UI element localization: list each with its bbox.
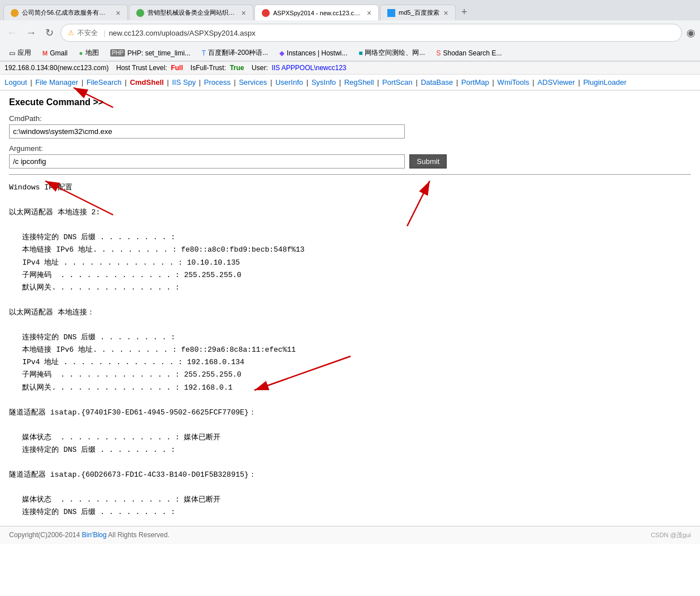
tab-favicon-4: [387, 9, 395, 17]
bookmark-network[interactable]: ■ 网络空间测绘、网...: [354, 47, 429, 59]
copyright-text: Copyright(C)2006-2014: [9, 531, 82, 539]
bookmark-bar: ▭ 应用 M Gmail ● 地图 PHP PHP: set_time_limi…: [0, 45, 700, 61]
tab-close-1[interactable]: ×: [116, 8, 120, 18]
tab-favicon-3: [262, 9, 270, 17]
nav-ads-viewer[interactable]: ADSViewer: [538, 78, 575, 87]
url-display: new.cc123.com/uploads/ASPXSpy2014.aspx: [109, 29, 675, 37]
php-icon: PHP: [110, 49, 126, 57]
bookmark-instances-label: Instances | Hostwi...: [287, 49, 347, 57]
new-tab-button[interactable]: +: [457, 4, 472, 20]
cmdpath-row: CmdPath:: [9, 114, 691, 139]
bookmark-gmail-label: Gmail: [50, 49, 67, 57]
user-label: User:: [252, 64, 268, 72]
tab-label-4: md5_百度搜索: [399, 8, 439, 17]
output-area: Windows IP 配置 以太网适配器 本地连接 2: 连接特定的 DNS 后…: [9, 182, 691, 519]
apps-icon: ▭: [9, 49, 15, 57]
bookmark-maps[interactable]: ● 地图: [75, 47, 103, 59]
nav-cmdshell[interactable]: CmdShell: [130, 78, 164, 87]
nav-wmi-tools[interactable]: WmiTools: [498, 78, 529, 87]
tab-close-4[interactable]: ×: [444, 8, 448, 18]
bookmark-apps-label: 应用: [18, 48, 31, 58]
cmdpath-input[interactable]: [9, 124, 405, 139]
bookmark-php[interactable]: PHP PHP: set_time_limi...: [106, 48, 195, 58]
nav-port-map[interactable]: PortMap: [461, 78, 489, 87]
forward-button[interactable]: →: [24, 25, 38, 41]
is-full-trust-value: True: [230, 64, 244, 72]
nav-iis-spy[interactable]: IIS Spy: [172, 78, 196, 87]
nav-sys-info[interactable]: SysInfo: [312, 78, 336, 87]
baidu-icon: T: [202, 49, 206, 57]
section-title: Execute Command >>: [9, 97, 691, 107]
tab-close-2[interactable]: ×: [241, 8, 246, 18]
shodan-icon: S: [437, 49, 441, 57]
bookmark-maps-label: 地图: [85, 48, 99, 58]
argument-row: Argument: Submit: [9, 144, 691, 169]
nav-reg-shell[interactable]: RegShell: [344, 78, 374, 87]
bookmark-network-label: 网络空间测绘、网...: [365, 48, 425, 58]
back-button[interactable]: ←: [5, 25, 19, 41]
bookmark-php-label: PHP: set_time_limi...: [127, 49, 190, 57]
tab-1[interactable]: 公司简介56.亿成市政服务有限公... ×: [3, 5, 128, 20]
bookmark-shodan[interactable]: S Shodan Search E...: [432, 48, 507, 58]
host-trust-value: Full: [171, 64, 183, 72]
tab-close-3[interactable]: ×: [367, 8, 371, 18]
browser-chrome: 公司简介56.亿成市政服务有限公... × 营销型机械设备类企业网站织梦... …: [0, 0, 700, 62]
argument-label: Argument:: [9, 144, 691, 153]
tab-favicon-1: [11, 9, 19, 17]
is-full-trust-label: IsFull-Trust:: [191, 64, 226, 72]
nav-process[interactable]: Process: [204, 78, 231, 87]
maps-icon: ●: [79, 49, 83, 57]
argument-input[interactable]: [9, 154, 405, 169]
nav-bar: ← → ↻ ⚠ 不安全 | new.cc123.com/uploads/ASPX…: [0, 20, 700, 45]
address-separator: |: [103, 29, 105, 37]
tab-4[interactable]: md5_百度搜索 ×: [380, 5, 456, 20]
page-content: 192.168.0.134:80(new.cc123.com) Host Tru…: [0, 62, 700, 544]
bookmark-baidu-label: 百度翻译-200种语...: [208, 48, 268, 58]
reload-button[interactable]: ↻: [43, 24, 56, 41]
bookmark-gmail[interactable]: M Gmail: [38, 48, 72, 58]
tab-label-2: 营销型机械设备类企业网站织梦...: [148, 8, 237, 17]
insecure-label: 不安全: [77, 28, 98, 38]
footer-blog-link[interactable]: Bin'Blog: [82, 531, 107, 539]
footer-left: Copyright(C)2006-2014 Bin'Blog All Right…: [9, 531, 170, 539]
nav-file-manager[interactable]: File Manager: [35, 78, 78, 87]
nav-port-scan[interactable]: PortScan: [382, 78, 412, 87]
bookmark-apps[interactable]: ▭ 应用: [5, 47, 36, 59]
tab-bar: 公司简介56.亿成市政服务有限公... × 营销型机械设备类企业网站织梦... …: [0, 0, 700, 20]
nav-links-bar: Logout | File Manager | FileSearch | Cmd…: [0, 75, 700, 90]
status-bar: 192.168.0.134:80(new.cc123.com) Host Tru…: [0, 62, 700, 75]
bookmark-baidu[interactable]: T 百度翻译-200种语...: [197, 47, 273, 59]
extra-nav-icons: ◉: [686, 27, 695, 39]
gmail-icon: M: [42, 50, 47, 57]
extensions-icon[interactable]: ◉: [686, 27, 695, 39]
instances-icon: ◆: [279, 49, 284, 57]
argument-submit-row: Submit: [9, 154, 691, 169]
address-bar[interactable]: ⚠ 不安全 | new.cc123.com/uploads/ASPXSpy201…: [61, 24, 682, 42]
nav-file-search[interactable]: FileSearch: [87, 78, 122, 87]
ip-host-display: 192.168.0.134:80(new.cc123.com): [5, 64, 109, 72]
tab-label-3: ASPXSpy2014 - new.cc123.com...: [273, 10, 362, 16]
bookmark-shodan-label: Shodan Search E...: [443, 49, 502, 57]
nav-plugin-loader[interactable]: PluginLoader: [583, 78, 626, 87]
main-content: Execute Command >> CmdPath: Argument: Su…: [0, 90, 700, 526]
tab-label-1: 公司简介56.亿成市政服务有限公...: [22, 8, 111, 17]
cmdpath-label: CmdPath:: [9, 114, 691, 123]
submit-button[interactable]: Submit: [409, 154, 447, 169]
footer: Copyright(C)2006-2014 Bin'Blog All Right…: [0, 526, 700, 544]
content-divider: [9, 174, 691, 175]
nav-user-info[interactable]: UserInfo: [275, 78, 303, 87]
tab-3[interactable]: ASPXSpy2014 - new.cc123.com... ×: [254, 5, 379, 20]
nav-database[interactable]: DataBase: [421, 78, 453, 87]
nav-services[interactable]: Services: [239, 78, 267, 87]
network-icon: ■: [358, 49, 362, 57]
bookmark-instances[interactable]: ◆ Instances | Hostwi...: [275, 48, 352, 58]
host-trust-label: Host Trust Level:: [116, 64, 167, 72]
footer-rights: All Rights Reserved.: [108, 531, 170, 539]
insecure-icon: ⚠: [68, 29, 74, 37]
tab-favicon-2: [136, 9, 144, 17]
nav-logout[interactable]: Logout: [5, 78, 27, 87]
footer-right: CSDN @茂gui: [651, 531, 691, 539]
user-value: IIS APPPOOL\newcc123: [271, 64, 346, 72]
tab-2[interactable]: 营销型机械设备类企业网站织梦... ×: [129, 5, 253, 20]
